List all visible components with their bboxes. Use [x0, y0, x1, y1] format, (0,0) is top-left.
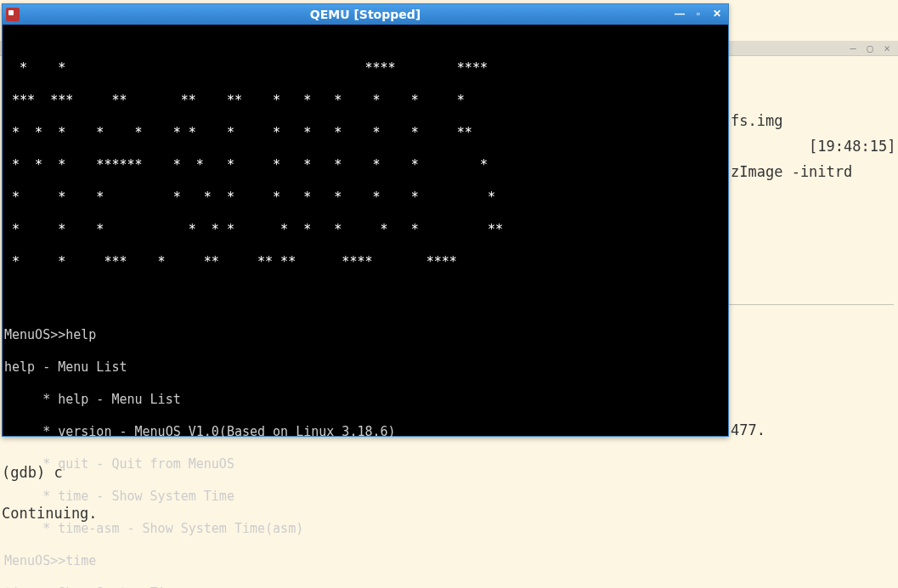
console-line: * time - Show System Time	[4, 489, 726, 505]
console-line: * time-asm - Show System Time(asm)	[4, 521, 726, 537]
ascii-row: * * * * * * * * * * * * * **	[4, 125, 726, 141]
console-line: MenuOS>>help	[4, 327, 726, 343]
ascii-row: * * * * * * * * * * * **	[4, 222, 726, 238]
qemu-terminal-content[interactable]: * * **** **** *** *** ** ** ** * * * * *…	[3, 25, 728, 588]
bg-peek-fragment-2: zImage -initrd	[731, 161, 852, 182]
maximize-icon[interactable]: ▢	[864, 42, 876, 54]
ascii-row: * * * ****** * * * * * * * * *	[4, 157, 726, 173]
console-line: * quit - Quit from MenuOS	[4, 456, 726, 472]
bg-peek-fragment-0: fs.img	[731, 110, 782, 131]
qemu-titlebar[interactable]: QEMU [Stopped] — ▫ ✕	[3, 4, 728, 25]
close-icon[interactable]: ×	[881, 42, 893, 54]
qemu-window: QEMU [Stopped] — ▫ ✕ * * **** **** *** *…	[2, 3, 729, 437]
ascii-row: * * * * * * * * * * * *	[4, 189, 726, 206]
close-icon[interactable]: ✕	[709, 7, 725, 20]
console-line: * version - MenuOS V1.0(Based on Linux 3…	[4, 424, 726, 440]
menuos-ascii-art: * * **** **** *** *** ** ** ** * * * * *…	[4, 44, 726, 286]
ascii-row: * * *** * ** ** ** **** ****	[4, 254, 726, 270]
console-line: MenuOS>>time	[4, 553, 726, 569]
ascii-row: * * **** ****	[4, 60, 726, 76]
minimize-icon[interactable]: —	[847, 42, 859, 54]
bg-tail-477: 477.	[731, 420, 765, 440]
console-line: * help - Menu List	[4, 392, 726, 408]
qemu-window-controls: — ▫ ✕	[672, 7, 725, 20]
gdb-window-controls: — ▢ ×	[847, 42, 893, 54]
ascii-row: *** *** ** ** ** * * * * * *	[4, 93, 726, 109]
qemu-app-icon	[6, 8, 20, 21]
maximize-icon[interactable]: ▫	[691, 7, 706, 20]
qemu-title: QEMU [Stopped]	[310, 8, 421, 21]
console-line: help - Menu List	[4, 359, 726, 376]
minimize-icon[interactable]: —	[672, 7, 687, 20]
bg-peek-fragment-1: [19:48:15]	[731, 136, 895, 156]
